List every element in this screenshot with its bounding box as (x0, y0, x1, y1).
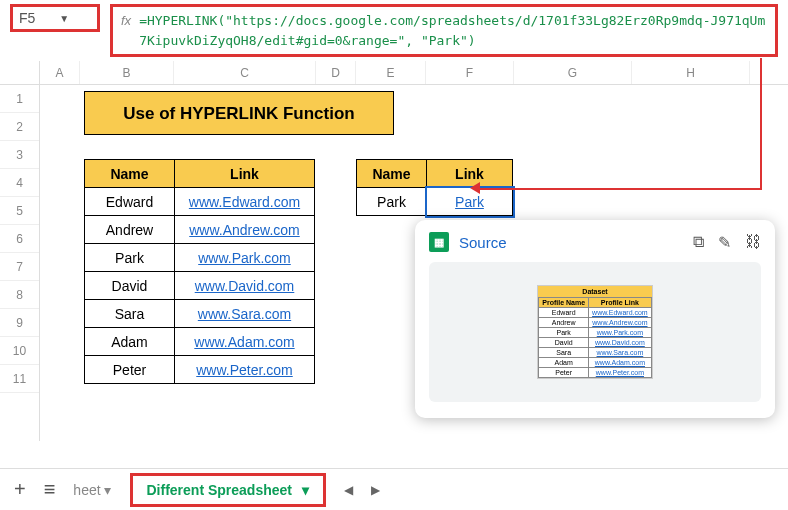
edit-icon[interactable]: ✎ (718, 233, 731, 252)
row-header[interactable]: 1 (0, 85, 39, 113)
row-header[interactable]: 8 (0, 281, 39, 309)
name-box-value: F5 (19, 10, 35, 26)
preview-thumbnail: Dataset Profile NameProfile LinkEdwardww… (429, 262, 761, 402)
cell-name: Adam (85, 328, 175, 356)
tab-prev-button[interactable]: ◀ (344, 483, 353, 497)
cell-name: Peter (85, 356, 175, 384)
cell-link[interactable]: www.Andrew.com (175, 216, 315, 244)
table-row: Peterwww.Peter.com (85, 356, 315, 384)
header-name: Name (85, 160, 175, 188)
table-row: Davidwww.David.com (85, 272, 315, 300)
all-sheets-button[interactable]: ≡ (44, 478, 56, 501)
result-name: Park (357, 188, 427, 216)
cell-link[interactable]: www.Sara.com (175, 300, 315, 328)
name-box[interactable]: F5 ▼ (10, 4, 100, 32)
column-header[interactable]: E (356, 61, 426, 84)
chevron-down-icon: ▾ (302, 482, 309, 498)
cell-name: Park (85, 244, 175, 272)
row-header[interactable]: 3 (0, 141, 39, 169)
cell-link[interactable]: www.David.com (175, 272, 315, 300)
row-header[interactable]: 2 (0, 113, 39, 141)
add-sheet-button[interactable]: + (14, 478, 26, 501)
column-header[interactable]: G (514, 61, 632, 84)
table-row: Sarawww.Sara.com (85, 300, 315, 328)
row-header[interactable]: 6 (0, 225, 39, 253)
table-row: Parkwww.Park.com (85, 244, 315, 272)
column-headers: ABCDEFGH (40, 61, 788, 85)
sheets-icon: ▦ (429, 232, 449, 252)
cell-link[interactable]: www.Adam.com (175, 328, 315, 356)
column-header[interactable]: H (632, 61, 750, 84)
row-header[interactable]: 4 (0, 169, 39, 197)
cell-name: Edward (85, 188, 175, 216)
annotation-arrowhead (470, 182, 480, 194)
annotation-arrow (474, 188, 762, 190)
tab-next-button[interactable]: ▶ (371, 483, 380, 497)
cell-name: Sara (85, 300, 175, 328)
copy-icon[interactable]: ⧉ (693, 233, 704, 252)
active-sheet-tab[interactable]: Different Spreadsheet ▾ (130, 473, 326, 507)
title-banner: Use of HYPERLINK Function (84, 91, 394, 135)
cell-link[interactable]: www.Peter.com (175, 356, 315, 384)
link-preview-card: ▦ Source ⧉ ✎ ⛓ Dataset Profile NameProfi… (415, 220, 775, 418)
unlink-icon[interactable]: ⛓ (745, 233, 761, 252)
chevron-down-icon: ▼ (59, 13, 69, 24)
formula-text: =HYPERLINK("https://docs.google.com/spre… (139, 11, 767, 50)
fx-icon: fx (121, 11, 131, 28)
row-header[interactable]: 5 (0, 197, 39, 225)
row-header[interactable]: 9 (0, 309, 39, 337)
column-header[interactable]: D (316, 61, 356, 84)
cell-link[interactable]: www.Park.com (175, 244, 315, 272)
row-headers: 1234567891011 (0, 61, 40, 441)
cell-name: Andrew (85, 216, 175, 244)
header-link: Link (175, 160, 315, 188)
row-header[interactable]: 10 (0, 337, 39, 365)
row-header[interactable]: 7 (0, 253, 39, 281)
formula-bar[interactable]: fx =HYPERLINK("https://docs.google.com/s… (110, 4, 778, 57)
cell-link[interactable]: www.Edward.com (175, 188, 315, 216)
result-header-name: Name (357, 160, 427, 188)
column-header[interactable]: B (80, 61, 174, 84)
column-header[interactable]: A (40, 61, 80, 84)
preview-title[interactable]: Source (459, 234, 683, 251)
table-row: Andrewwww.Andrew.com (85, 216, 315, 244)
annotation-arrow (760, 58, 762, 188)
sheet-tab-bar: + ≡ heet ▾ Different Spreadsheet ▾ ◀ ▶ (0, 468, 788, 510)
cell-name: David (85, 272, 175, 300)
sheet-tab-truncated[interactable]: heet ▾ (73, 482, 111, 498)
column-header[interactable]: F (426, 61, 514, 84)
column-header[interactable]: C (174, 61, 316, 84)
table-row: Adamwww.Adam.com (85, 328, 315, 356)
table-row: Edwardwww.Edward.com (85, 188, 315, 216)
row-header[interactable]: 11 (0, 365, 39, 393)
data-table: Name Link Edwardwww.Edward.comAndrewwww.… (84, 159, 315, 384)
